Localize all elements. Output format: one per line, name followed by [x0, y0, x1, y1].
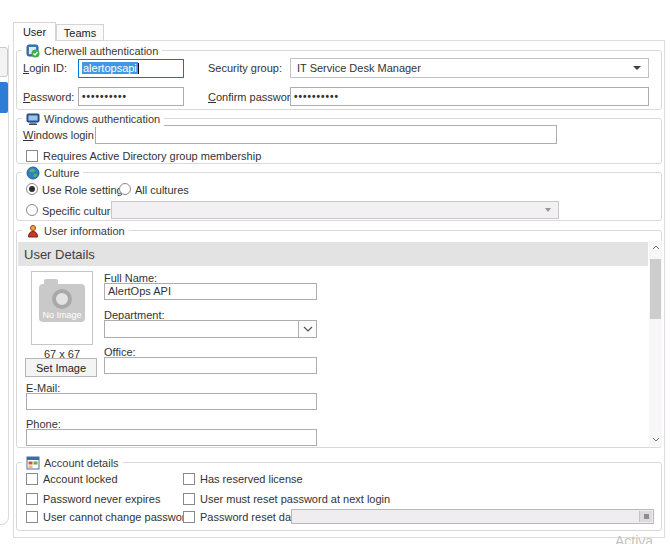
password-never-expires-label: Password never expires — [43, 493, 160, 506]
activate-windows-watermark: Activa — [615, 533, 653, 544]
login-id-label: Login ID: — [23, 62, 67, 75]
has-reserved-license-checkbox[interactable] — [183, 473, 195, 485]
confirm-password-input[interactable]: •••••••••• — [290, 87, 649, 106]
password-reset-date-checkbox[interactable] — [183, 511, 195, 523]
left-list-item[interactable] — [0, 47, 8, 77]
has-reserved-license-label: Has reserved license — [200, 473, 303, 486]
use-role-setting-radio[interactable] — [26, 183, 38, 195]
user-details-header: User Details — [18, 242, 648, 266]
window-grid-icon — [26, 456, 40, 470]
shield-check-icon — [26, 44, 40, 58]
left-panel-divider — [0, 45, 9, 525]
scrollbar-thumb[interactable] — [650, 259, 661, 319]
all-cultures-radio[interactable] — [119, 183, 131, 195]
group-user-information: User information User Details No Image 6… — [16, 230, 662, 448]
department-combobox[interactable] — [104, 320, 317, 338]
specific-culture-combobox — [111, 201, 559, 219]
chevron-down-icon — [545, 208, 551, 212]
user-cannot-change-password-checkbox[interactable] — [26, 511, 38, 523]
security-group-label: Security group: — [208, 62, 282, 75]
chevron-down-icon[interactable] — [298, 321, 316, 337]
account-locked-label: Account locked — [43, 473, 118, 486]
user-cannot-change-password-label: User cannot change password — [43, 511, 192, 524]
person-icon — [26, 224, 40, 238]
globe-icon — [26, 166, 40, 180]
use-role-setting-label: Use Role setting — [42, 184, 123, 197]
password-never-expires-checkbox[interactable] — [26, 493, 38, 505]
group-account-details: Account details Account locked Has reser… — [16, 462, 662, 531]
group-cherwell-authentication-title: Cherwell authentication — [22, 43, 162, 59]
group-cherwell-authentication: Cherwell authentication Login ID: alerto… — [16, 50, 662, 110]
computer-icon — [26, 112, 40, 126]
user-editor-window: User Teams Cherwell authentication Login… — [0, 0, 670, 544]
full-name-input[interactable]: AlertOps API — [104, 283, 317, 300]
login-id-selected-text: alertopsapi — [82, 62, 138, 74]
requires-ad-label: Requires Active Directory group membersh… — [43, 150, 261, 163]
text-caret — [138, 63, 139, 74]
date-picker-button — [639, 511, 652, 522]
email-input[interactable] — [26, 393, 317, 410]
scroll-up-icon[interactable] — [649, 241, 662, 254]
group-culture-title: Culture — [22, 165, 83, 181]
camera-lens-icon — [52, 289, 72, 309]
user-details-scrollbar[interactable] — [649, 241, 662, 446]
chevron-down-icon — [633, 66, 641, 70]
security-group-value: IT Service Desk Manager — [297, 62, 421, 74]
specific-culture-label: Specific culture: — [42, 205, 120, 218]
group-windows-authentication-title: Windows authentication — [22, 111, 164, 127]
left-list-item-selected[interactable] — [0, 82, 8, 113]
password-label: Password: — [23, 91, 74, 104]
set-image-button[interactable]: Set Image — [25, 358, 97, 377]
phone-input[interactable] — [26, 429, 317, 446]
tab-user[interactable]: User — [13, 22, 56, 41]
group-account-details-title: Account details — [22, 455, 123, 471]
scroll-down-icon[interactable] — [649, 433, 662, 446]
user-photo-placeholder: No Image — [31, 271, 93, 345]
office-input[interactable] — [104, 357, 317, 374]
group-user-information-title: User information — [22, 223, 129, 239]
account-locked-checkbox[interactable] — [26, 473, 38, 485]
password-input[interactable]: •••••••••• — [78, 87, 184, 106]
no-image-label: No Image — [39, 310, 85, 320]
specific-culture-radio[interactable] — [26, 204, 38, 216]
password-reset-date-input — [291, 509, 654, 524]
group-windows-authentication: Windows authentication Windows login ID:… — [16, 118, 662, 164]
security-group-combobox[interactable]: IT Service Desk Manager — [290, 58, 649, 78]
password-reset-date-label: Password reset date: — [200, 511, 303, 524]
must-reset-password-checkbox[interactable] — [183, 493, 195, 505]
requires-ad-checkbox[interactable] — [26, 150, 38, 162]
confirm-password-label: Confirm password: — [208, 91, 300, 104]
windows-login-id-input[interactable] — [95, 125, 557, 144]
group-culture: Culture Use Role setting All cultures Sp… — [16, 172, 662, 221]
tab-teams[interactable]: Teams — [56, 24, 104, 41]
all-cultures-label: All cultures — [135, 184, 189, 197]
camera-icon: No Image — [39, 284, 85, 322]
must-reset-password-label: User must reset password at next login — [200, 493, 390, 506]
login-id-input[interactable]: alertopsapi — [78, 59, 184, 78]
